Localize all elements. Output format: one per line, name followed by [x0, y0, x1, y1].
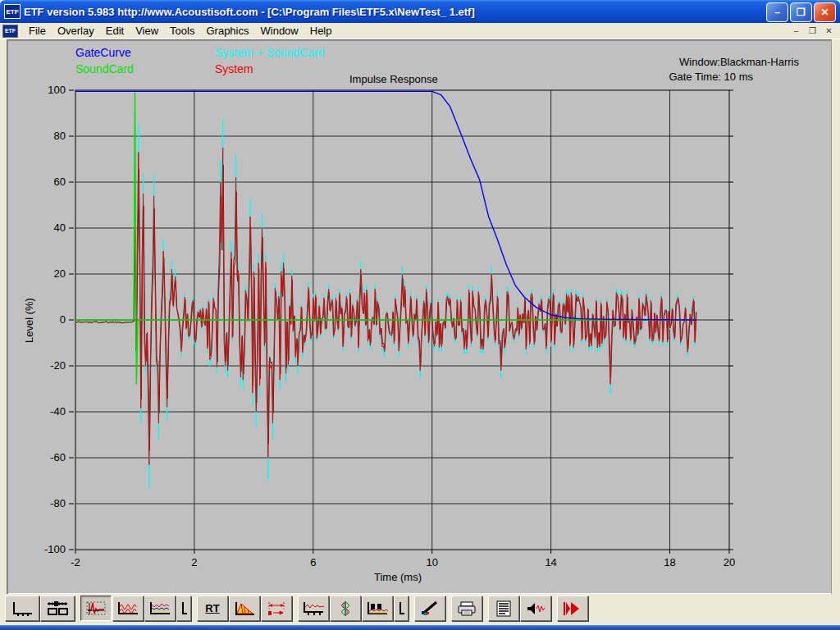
impulse-icon	[84, 600, 107, 617]
close-button[interactable]: ✕	[814, 2, 836, 22]
impulse-response-plot	[7, 39, 832, 594]
right-border-strip	[831, 39, 840, 594]
x-axis-label: Time (ms)	[374, 571, 422, 583]
x-tick-label: 6	[301, 556, 326, 568]
y-tick-label: 40	[36, 221, 66, 234]
toolbar-button-corner-12[interactable]	[394, 596, 409, 621]
brush-icon	[418, 600, 441, 617]
toolbar-button-phase[interactable]	[330, 596, 361, 621]
legend-gatecurve: GateCurve	[75, 46, 131, 59]
toolbar-button-axes[interactable]	[5, 596, 39, 621]
gatecurve	[75, 91, 696, 320]
mdi-close-button[interactable]: ✕	[821, 24, 837, 38]
app-icon: ETF	[4, 4, 21, 19]
chart-title: Impulse Response	[349, 73, 438, 85]
system-soundcard-curve	[75, 120, 696, 487]
mdi-restore-button[interactable]: ❐	[805, 24, 820, 38]
waveaxis-icon	[302, 600, 325, 617]
left-border-strip	[0, 39, 7, 594]
minimize-button[interactable]: –	[766, 2, 788, 22]
system-curve	[75, 148, 696, 464]
boxwave-icon	[366, 600, 389, 617]
x-tick-label: 10	[420, 556, 445, 568]
toolbar-button-printer[interactable]	[451, 596, 482, 621]
toolbar-button-levels[interactable]	[40, 596, 75, 621]
corner-icon	[397, 600, 405, 617]
y-tick-label: 0	[36, 313, 66, 326]
x-tick-label: 14	[539, 556, 564, 568]
toolbar-button-boxwave[interactable]	[362, 596, 393, 621]
y-tick-label: 60	[36, 176, 66, 188]
window-bottom-border	[0, 625, 840, 630]
menu-bar: ETF FileOverlayEditViewToolsGraphicsWind…	[0, 23, 840, 39]
y-tick-label: 20	[36, 267, 66, 280]
toolbar-button-corner-5[interactable]	[176, 596, 191, 621]
menu-item-tools[interactable]: Tools	[164, 23, 200, 39]
mdi-child-icon[interactable]: ETF	[2, 25, 18, 38]
y-tick-label: -40	[36, 405, 66, 418]
chart-panel: GateCurve SoundCard System + SoundCard S…	[7, 39, 832, 594]
toolbar-button-gatearrows[interactable]	[261, 596, 292, 621]
gate-time-label: Gate Time: 10 ms	[669, 71, 753, 83]
decay-icon	[233, 600, 256, 617]
speakerwave-icon	[524, 600, 547, 617]
toolbar-button-brush[interactable]	[414, 596, 445, 621]
toolbar-button-impulse[interactable]	[80, 596, 112, 621]
rt-icon: RT	[205, 602, 219, 614]
menu-item-view[interactable]: View	[130, 23, 164, 39]
legend-soundcard: SoundCard	[75, 62, 134, 75]
y-tick-label: -80	[36, 497, 66, 509]
y-tick-label: 100	[36, 84, 66, 96]
axes-icon	[11, 600, 34, 617]
window-function-label: Window:Blackman-Harris	[679, 56, 799, 68]
legend-system-soundcard: System + SoundCard	[215, 46, 324, 59]
toolbar-button-speakerwave[interactable]	[520, 596, 551, 621]
mdi-minimize-button[interactable]: –	[788, 24, 804, 38]
printer-icon	[455, 600, 478, 617]
levels-icon	[46, 600, 69, 617]
document-icon	[492, 600, 515, 617]
sines-icon	[116, 600, 139, 617]
toolbar-button-waveaxis[interactable]	[298, 596, 329, 621]
toolbar-button-sines[interactable]	[112, 596, 144, 621]
toolbar: RT	[0, 596, 840, 623]
toolbar-button-multiwave[interactable]	[144, 596, 176, 621]
y-axis-label: Level (%)	[23, 292, 35, 349]
menu-item-graphics[interactable]: Graphics	[200, 23, 254, 39]
y-tick-label: -60	[36, 451, 66, 463]
menu-item-file[interactable]: File	[23, 23, 52, 39]
title-bar[interactable]: ETF ETF version 5.983 http://www.Acousti…	[0, 0, 840, 23]
gatearrows-icon	[265, 600, 288, 617]
menu-item-overlay[interactable]: Overlay	[52, 23, 100, 39]
window-title: ETF version 5.983 http://www.Acoustisoft…	[24, 6, 475, 18]
x-tick-label: 18	[658, 556, 682, 568]
y-tick-label: -20	[36, 359, 66, 372]
menu-item-edit[interactable]: Edit	[100, 23, 130, 39]
y-tick-label: 80	[36, 130, 66, 142]
x-tick-label: 2	[182, 556, 207, 568]
legend-system: System	[215, 62, 253, 75]
app-window: ETF ETF version 5.983 http://www.Acousti…	[0, 0, 840, 630]
toolbar-button-decay[interactable]	[229, 596, 260, 621]
restore-button[interactable]: ❐	[790, 2, 812, 22]
x-tick-label: 20	[717, 556, 742, 568]
toolbar-button-rt[interactable]: RT	[197, 596, 228, 621]
toolbar-button-document[interactable]	[488, 596, 519, 621]
phase-icon	[334, 600, 357, 617]
y-tick-label: -100	[36, 543, 66, 555]
play-icon	[561, 600, 584, 617]
menu-item-help[interactable]: Help	[304, 23, 338, 39]
toolbar-button-play[interactable]	[557, 596, 588, 621]
x-tick-label: -2	[63, 556, 88, 568]
menu-item-window[interactable]: Window	[255, 23, 304, 39]
corner-icon	[180, 600, 188, 617]
multiwave-icon	[148, 600, 171, 617]
